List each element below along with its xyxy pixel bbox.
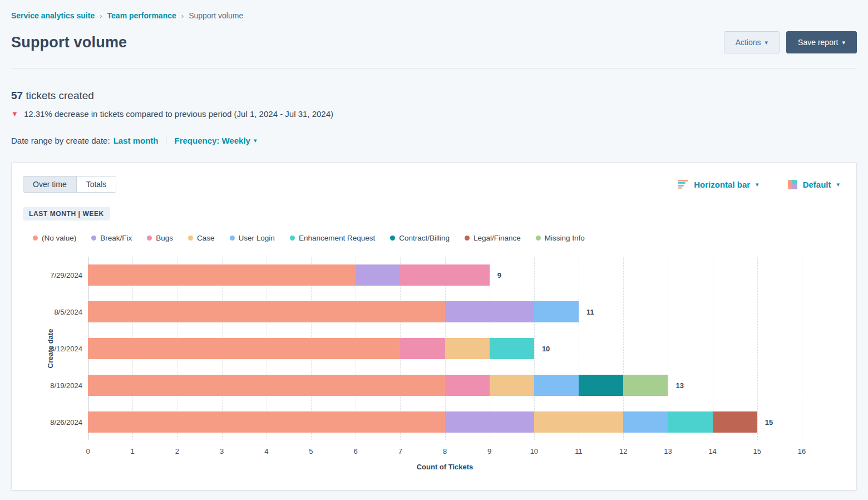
chart-row: 8/12/202410 [88,330,802,367]
page: Service analytics suite › Team performan… [0,0,868,491]
legend-dot-icon [390,236,395,241]
bar-segment[interactable] [400,338,445,359]
save-report-button[interactable]: Save report▾ [786,31,857,53]
filters-row: Date range by create date: Last month Fr… [11,135,857,145]
caret-down-icon: ▾ [836,181,840,188]
actions-button[interactable]: Actions▾ [724,31,780,53]
bar-segment[interactable] [445,411,534,433]
bar-segment[interactable] [534,375,579,396]
x-axis-ticks: 012345678910111213141516 [88,447,802,457]
bar-segment[interactable] [88,411,445,433]
bar-segment[interactable] [713,411,757,433]
breadcrumb-current: Support volume [189,11,243,20]
y-category-label: 8/26/2024 [50,418,82,427]
bar-segment[interactable] [623,411,668,433]
y-category-label: 8/5/2024 [54,308,82,316]
tab-totals[interactable]: Totals [76,177,116,192]
tickets-created-headline: 57 tickets created [11,90,857,102]
bar-segment[interactable] [356,264,400,286]
frequency-dropdown[interactable]: Frequency: Weekly [174,136,250,145]
caret-down-icon: ▾ [842,39,845,46]
legend-item[interactable]: Legal/Finance [465,234,521,242]
bar-segment[interactable] [490,338,534,359]
x-tick-label: 7 [398,447,402,455]
legend-label: Contract/Billing [399,234,450,242]
bar-total-label: 11 [586,308,594,316]
date-range-value-link[interactable]: Last month [114,136,159,145]
bar-segment[interactable] [445,301,534,322]
legend-label: (No value) [42,234,76,242]
breadcrumb-link-team-performance[interactable]: Team performance [107,11,176,20]
legend-item[interactable]: Contract/Billing [390,234,450,242]
bar-segment[interactable] [88,301,445,322]
bar-segment[interactable] [579,375,623,396]
chart-legend: (No value)Break/FixBugsCaseUser LoginEnh… [23,234,845,242]
legend-item[interactable]: Break/Fix [91,234,132,242]
stacked-bar[interactable] [88,338,534,359]
bar-segment[interactable] [534,301,579,322]
bar-segment[interactable] [88,375,445,396]
bar-segment[interactable] [623,375,668,396]
x-tick-label: 5 [309,447,313,455]
x-axis-title: Count of Tickets [88,463,802,471]
bar-segment[interactable] [445,338,490,359]
bar-segment[interactable] [88,338,400,359]
chart-card: Over time Totals Horizontal bar ▾ [11,162,857,491]
actions-button-label: Actions [736,38,761,47]
breadcrumb-link-service-analytics-suite[interactable]: Service analytics suite [11,11,95,20]
breadcrumb: Service analytics suite › Team performan… [11,0,857,20]
color-theme-dropdown[interactable]: Default ▾ [788,180,840,189]
x-tick-label: 11 [575,447,583,455]
bar-segment[interactable] [88,264,356,286]
tickets-count-suffix: tickets created [23,90,94,101]
y-category-label: 7/29/2024 [50,271,82,280]
x-tick-label: 13 [664,447,672,455]
bar-total-label: 15 [765,418,773,427]
x-tick-label: 9 [487,447,491,455]
stacked-bar[interactable] [88,411,757,433]
legend-item[interactable]: (No value) [33,234,76,242]
y-category-label: 8/12/2024 [50,345,82,353]
stacked-bar[interactable] [88,301,579,322]
x-tick-label: 16 [798,447,806,455]
tickets-count: 57 [11,90,23,101]
tab-over-time[interactable]: Over time [23,177,76,192]
y-category-label: 8/19/2024 [50,381,82,390]
x-tick-label: 4 [264,447,268,455]
filters-divider [166,135,166,145]
stacked-bar[interactable] [88,375,668,396]
x-tick-label: 3 [220,447,224,455]
legend-label: Enhancement Request [299,234,375,242]
legend-dot-icon [230,236,235,241]
bar-total-label: 10 [542,345,550,353]
legend-item[interactable]: Bugs [147,234,173,242]
legend-label: Bugs [156,234,173,242]
bar-segment[interactable] [534,411,623,433]
legend-item[interactable]: User Login [230,234,275,242]
legend-label: Missing Info [545,234,585,242]
x-tick-label: 6 [354,447,358,455]
chart-type-dropdown[interactable]: Horizontal bar ▾ [678,180,758,189]
horizontal-bar-icon [678,180,688,189]
breadcrumb-separator-icon: › [181,12,184,20]
chart-controls: Horizontal bar ▾ Default ▾ [678,180,845,189]
legend-item[interactable]: Missing Info [536,234,585,242]
delta-row: ▼ 12.31% decrease in tickets compared to… [11,109,857,119]
bar-segment[interactable] [400,264,489,286]
legend-dot-icon [290,236,295,241]
legend-label: Break/Fix [100,234,132,242]
chart-type-label: Horizontal bar [694,180,750,189]
x-tick-label: 14 [708,447,716,455]
bar-segment[interactable] [668,411,712,433]
legend-item[interactable]: Case [188,234,215,242]
bar-segment[interactable] [490,375,534,396]
view-tab-group: Over time Totals [23,176,116,193]
legend-label: Legal/Finance [474,234,521,242]
legend-item[interactable]: Enhancement Request [290,234,375,242]
legend-dot-icon [33,236,38,241]
legend-dot-icon [536,236,541,241]
x-tick-label: 8 [443,447,447,455]
stacked-bar[interactable] [88,264,490,286]
bar-segment[interactable] [445,375,490,396]
legend-label: Case [197,234,215,242]
